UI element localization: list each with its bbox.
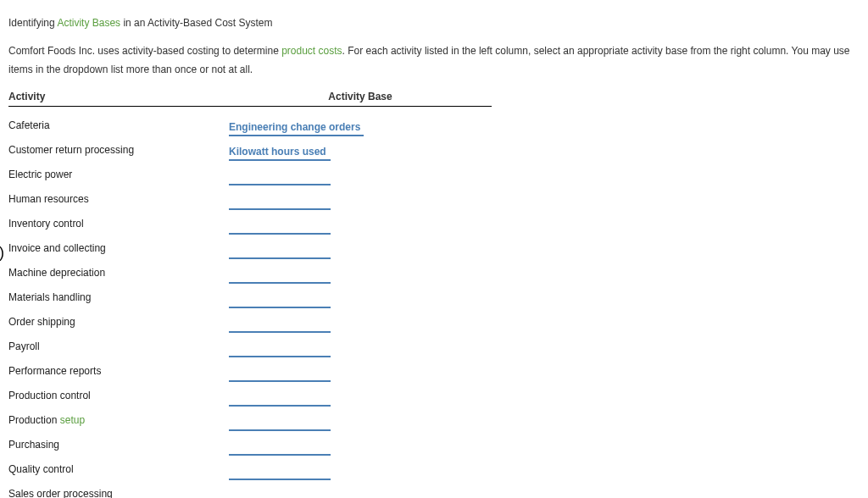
title-link[interactable]: Activity Bases bbox=[57, 17, 120, 29]
instructions-link[interactable]: product costs bbox=[281, 45, 342, 57]
activity-base-dropdown[interactable] bbox=[229, 344, 331, 357]
instructions-part1: Comfort Foods Inc. uses activity-based c… bbox=[8, 45, 281, 57]
activity-base-dropdown[interactable]: Engineering change orders bbox=[229, 121, 364, 136]
table-row: Purchasing bbox=[8, 431, 492, 456]
table-row: Sales order processing bbox=[8, 480, 492, 498]
base-cell bbox=[229, 393, 492, 407]
table-header-row: Activity Activity Base bbox=[8, 91, 492, 107]
table-row: Machine depreciation bbox=[8, 259, 492, 284]
base-cell bbox=[229, 295, 492, 308]
activity-base-dropdown[interactable]: Kilowatt hours used bbox=[229, 146, 331, 161]
header-activity: Activity bbox=[8, 91, 229, 102]
base-cell bbox=[229, 172, 492, 185]
activity-base-dropdown[interactable] bbox=[229, 319, 331, 333]
table-row: Materials handling bbox=[8, 284, 492, 308]
table-row: Production control bbox=[8, 382, 492, 407]
activity-cell: Payroll bbox=[8, 340, 229, 357]
table-row: Customer return processingKilowatt hours… bbox=[8, 136, 492, 161]
table-row: Production setup bbox=[8, 407, 492, 431]
base-cell bbox=[229, 467, 492, 480]
base-cell bbox=[229, 344, 492, 357]
activity-base-dropdown[interactable] bbox=[229, 418, 331, 431]
table-row: Inventory control bbox=[8, 210, 492, 235]
bracket-decoration: ) bbox=[0, 244, 4, 262]
table-row: Invoice and collecting bbox=[8, 235, 492, 259]
activity-cell: Production setup bbox=[8, 414, 229, 431]
activity-cell: Sales order processing bbox=[8, 488, 229, 498]
base-cell bbox=[229, 221, 492, 235]
activity-cell: Performance reports bbox=[8, 365, 229, 382]
activity-base-dropdown[interactable] bbox=[229, 246, 331, 259]
table-row: Payroll bbox=[8, 333, 492, 357]
activity-base-dropdown[interactable] bbox=[229, 270, 331, 284]
base-cell: Kilowatt hours used bbox=[229, 146, 492, 161]
table-row: CafeteriaEngineering change orders bbox=[8, 112, 492, 136]
instructions: Comfort Foods Inc. uses activity-based c… bbox=[8, 42, 860, 79]
activity-cell: Human resources bbox=[8, 193, 229, 210]
base-cell bbox=[229, 442, 492, 456]
header-base: Activity Base bbox=[229, 91, 492, 102]
table-row: Quality control bbox=[8, 456, 492, 480]
activity-base-dropdown[interactable] bbox=[229, 295, 331, 308]
setup-link[interactable]: setup bbox=[60, 414, 85, 426]
activity-cell: Materials handling bbox=[8, 291, 229, 308]
base-cell: Engineering change orders bbox=[229, 121, 492, 136]
base-cell bbox=[229, 270, 492, 284]
table-row: Performance reports bbox=[8, 357, 492, 382]
activity-cell: Order shipping bbox=[8, 316, 229, 333]
activity-cell: Cafeteria bbox=[8, 119, 229, 136]
activity-cell: Invoice and collecting bbox=[8, 242, 229, 259]
activity-base-dropdown[interactable] bbox=[229, 221, 331, 235]
activity-cell: Inventory control bbox=[8, 218, 229, 235]
title-suffix: in an Activity-Based Cost System bbox=[120, 17, 272, 29]
activity-base-dropdown[interactable] bbox=[229, 393, 331, 407]
table-row: Electric power bbox=[8, 161, 492, 185]
base-cell bbox=[229, 418, 492, 431]
activity-table: Activity Activity Base CafeteriaEngineer… bbox=[8, 91, 492, 498]
base-cell bbox=[229, 319, 492, 333]
activity-cell: Electric power bbox=[8, 169, 229, 185]
table-row: Order shipping bbox=[8, 308, 492, 333]
activity-cell: Quality control bbox=[8, 463, 229, 480]
base-cell bbox=[229, 196, 492, 210]
activity-cell: Purchasing bbox=[8, 439, 229, 456]
table-row: Human resources bbox=[8, 185, 492, 210]
activity-base-dropdown[interactable] bbox=[229, 467, 331, 480]
activity-cell: Production control bbox=[8, 390, 229, 407]
base-cell bbox=[229, 368, 492, 382]
base-cell bbox=[229, 246, 492, 259]
activity-cell: Customer return processing bbox=[8, 144, 229, 161]
page-title: Identifying Activity Bases in an Activit… bbox=[8, 17, 860, 29]
activity-base-dropdown[interactable] bbox=[229, 442, 331, 456]
activity-base-dropdown[interactable] bbox=[229, 368, 331, 382]
activity-cell: Machine depreciation bbox=[8, 267, 229, 284]
activity-base-dropdown[interactable] bbox=[229, 196, 331, 210]
title-prefix: Identifying bbox=[8, 17, 57, 29]
activity-base-dropdown[interactable] bbox=[229, 172, 331, 185]
